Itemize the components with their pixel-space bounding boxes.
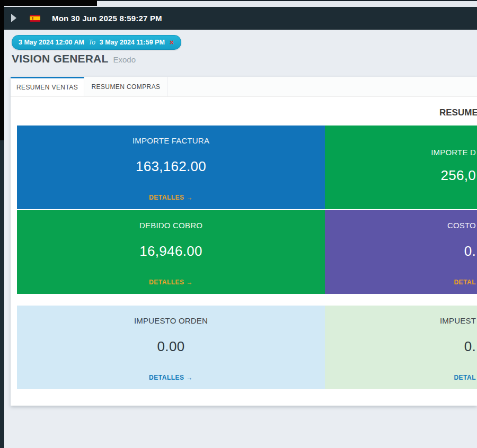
screen: Mon 30 Jun 2025 8:59:27 PM 3 May 2024 12… — [0, 0, 477, 448]
spain-flag-icon[interactable] — [30, 15, 40, 22]
kpi-card-impuesto: IMPUEST 0. DETAL — [325, 306, 477, 389]
sidebar-expand-icon[interactable] — [11, 14, 16, 22]
kpi-card-importe-d: IMPORTE D 256,0 — [325, 126, 477, 209]
kpi-details-link[interactable]: DETALLES → — [17, 279, 325, 286]
filter-from-date: 3 May 2024 12:00 AM — [19, 39, 84, 46]
filter-close-icon[interactable]: × — [170, 39, 174, 46]
kpi-details-link[interactable]: DETALLES → — [17, 194, 325, 201]
kpi-card-debido-cobro: DEBIDO COBRO 16,946.00 DETALLES → — [17, 210, 325, 294]
page-header: VISION GENERALExodo — [12, 52, 136, 65]
left-edge-strip-top — [0, 0, 4, 140]
page-subtitle: Exodo — [113, 55, 136, 64]
kpi-title: IMPORTE FACTURA — [17, 136, 325, 145]
top-left-black-block — [0, 0, 97, 6]
kpi-value: 0. — [325, 338, 477, 355]
kpi-value: 256,0 — [325, 167, 477, 184]
navbar-datetime: Mon 30 Jun 2025 8:59:27 PM — [52, 14, 162, 23]
kpi-value: 163,162.00 — [17, 158, 325, 175]
section-heading: RESUMEN — [439, 107, 477, 118]
kpi-value: 16,946.00 — [17, 243, 325, 259]
tab-bar: RESUMEN VENTAS RESUMEN COMPRAS — [11, 77, 477, 97]
filter-to-label: To — [89, 39, 95, 46]
top-navbar: Mon 30 Jun 2025 8:59:27 PM — [4, 6, 477, 30]
filter-to-date: 3 May 2024 11:59 PM — [100, 39, 165, 46]
kpi-title: COSTO — [325, 221, 477, 230]
kpi-details-link[interactable]: DETALLES → — [17, 374, 325, 381]
kpi-card-importe-factura: IMPORTE FACTURA 163,162.00 DETALLES → — [17, 126, 325, 209]
kpi-value: 0. — [325, 243, 477, 259]
kpi-card-impuesto-orden: IMPUESTO ORDEN 0.00 DETALLES → — [17, 306, 325, 389]
page-title: VISION GENERAL — [12, 52, 109, 65]
kpi-title: IMPUEST — [325, 316, 477, 325]
tab-resumen-compras[interactable]: RESUMEN COMPRAS — [84, 77, 168, 96]
date-range-filter[interactable]: 3 May 2024 12:00 AM To 3 May 2024 11:59 … — [12, 35, 181, 50]
kpi-title: IMPUESTO ORDEN — [17, 316, 325, 325]
kpi-title: IMPORTE D — [325, 148, 477, 157]
kpi-card-costo: COSTO 0. DETAL — [325, 210, 477, 294]
tab-resumen-ventas[interactable]: RESUMEN VENTAS — [11, 77, 84, 96]
kpi-value: 0.00 — [17, 338, 325, 355]
kpi-details-link[interactable]: DETAL — [325, 374, 477, 381]
kpi-title: DEBIDO COBRO — [17, 221, 325, 230]
kpi-details-link[interactable]: DETAL — [325, 279, 477, 286]
